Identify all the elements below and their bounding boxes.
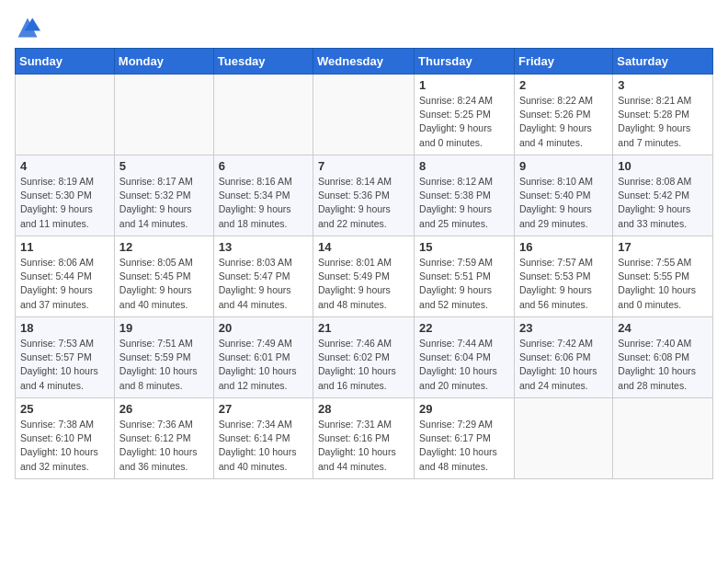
calendar-day-cell: 18Sunrise: 7:53 AM Sunset: 5:57 PM Dayli…: [16, 317, 115, 398]
day-info: Sunrise: 8:08 AM Sunset: 5:42 PM Dayligh…: [618, 175, 708, 231]
day-number: 14: [318, 240, 409, 254]
day-number: 9: [519, 159, 608, 173]
day-number: 8: [419, 159, 509, 173]
calendar-day-cell: 5Sunrise: 8:17 AM Sunset: 5:32 PM Daylig…: [114, 155, 213, 236]
calendar-day-cell: 12Sunrise: 8:05 AM Sunset: 5:45 PM Dayli…: [114, 236, 213, 317]
day-info: Sunrise: 7:51 AM Sunset: 5:59 PM Dayligh…: [119, 337, 209, 393]
calendar-day-cell: 4Sunrise: 8:19 AM Sunset: 5:30 PM Daylig…: [16, 155, 115, 236]
calendar-day-cell: 29Sunrise: 7:29 AM Sunset: 6:17 PM Dayli…: [415, 398, 515, 479]
day-number: 3: [618, 78, 708, 92]
day-info: Sunrise: 7:34 AM Sunset: 6:14 PM Dayligh…: [219, 418, 308, 474]
day-info: Sunrise: 8:14 AM Sunset: 5:36 PM Dayligh…: [318, 175, 409, 231]
calendar-day-cell: 17Sunrise: 7:55 AM Sunset: 5:55 PM Dayli…: [613, 236, 713, 317]
calendar-day-cell: 19Sunrise: 7:51 AM Sunset: 5:59 PM Dayli…: [114, 317, 213, 398]
day-number: 10: [618, 159, 708, 173]
logo-icon: [15, 15, 40, 40]
calendar-week-row: 11Sunrise: 8:06 AM Sunset: 5:44 PM Dayli…: [16, 236, 713, 317]
day-info: Sunrise: 8:22 AM Sunset: 5:26 PM Dayligh…: [519, 94, 608, 150]
day-info: Sunrise: 8:12 AM Sunset: 5:38 PM Dayligh…: [419, 175, 509, 231]
day-number: 25: [20, 402, 109, 416]
calendar-header-thursday: Thursday: [415, 49, 515, 75]
calendar-day-cell: [213, 75, 313, 155]
calendar-day-cell: 20Sunrise: 7:49 AM Sunset: 6:01 PM Dayli…: [213, 317, 313, 398]
calendar-day-cell: 9Sunrise: 8:10 AM Sunset: 5:40 PM Daylig…: [514, 155, 612, 236]
calendar-header-friday: Friday: [514, 49, 612, 75]
day-info: Sunrise: 8:16 AM Sunset: 5:34 PM Dayligh…: [219, 175, 308, 231]
calendar-day-cell: 28Sunrise: 7:31 AM Sunset: 6:16 PM Dayli…: [313, 398, 415, 479]
day-info: Sunrise: 8:03 AM Sunset: 5:47 PM Dayligh…: [219, 256, 308, 312]
day-number: 11: [20, 240, 109, 254]
calendar-day-cell: [114, 75, 213, 155]
day-info: Sunrise: 8:17 AM Sunset: 5:32 PM Dayligh…: [119, 175, 209, 231]
calendar-day-cell: 27Sunrise: 7:34 AM Sunset: 6:14 PM Dayli…: [213, 398, 313, 479]
day-number: 23: [519, 321, 608, 335]
calendar-header-sunday: Sunday: [16, 49, 115, 75]
day-info: Sunrise: 8:05 AM Sunset: 5:45 PM Dayligh…: [119, 256, 209, 312]
day-number: 29: [419, 402, 509, 416]
day-info: Sunrise: 7:53 AM Sunset: 5:57 PM Dayligh…: [20, 337, 109, 393]
calendar-day-cell: 11Sunrise: 8:06 AM Sunset: 5:44 PM Dayli…: [16, 236, 115, 317]
calendar-day-cell: 26Sunrise: 7:36 AM Sunset: 6:12 PM Dayli…: [114, 398, 213, 479]
calendar-day-cell: 3Sunrise: 8:21 AM Sunset: 5:28 PM Daylig…: [613, 75, 713, 155]
calendar-day-cell: 7Sunrise: 8:14 AM Sunset: 5:36 PM Daylig…: [313, 155, 415, 236]
day-number: 13: [219, 240, 308, 254]
day-info: Sunrise: 7:40 AM Sunset: 6:08 PM Dayligh…: [618, 337, 708, 393]
calendar-header-monday: Monday: [114, 49, 213, 75]
day-info: Sunrise: 7:38 AM Sunset: 6:10 PM Dayligh…: [20, 418, 109, 474]
calendar-week-row: 25Sunrise: 7:38 AM Sunset: 6:10 PM Dayli…: [16, 398, 713, 479]
day-info: Sunrise: 8:10 AM Sunset: 5:40 PM Dayligh…: [519, 175, 608, 231]
day-number: 7: [318, 159, 409, 173]
calendar-header-wednesday: Wednesday: [313, 49, 415, 75]
day-number: 26: [119, 402, 209, 416]
calendar-day-cell: 8Sunrise: 8:12 AM Sunset: 5:38 PM Daylig…: [415, 155, 515, 236]
calendar-day-cell: 24Sunrise: 7:40 AM Sunset: 6:08 PM Dayli…: [613, 317, 713, 398]
calendar-table: SundayMondayTuesdayWednesdayThursdayFrid…: [15, 48, 713, 479]
calendar-week-row: 4Sunrise: 8:19 AM Sunset: 5:30 PM Daylig…: [16, 155, 713, 236]
day-number: 28: [318, 402, 409, 416]
day-number: 20: [219, 321, 308, 335]
day-number: 18: [20, 321, 109, 335]
calendar-header-tuesday: Tuesday: [213, 49, 313, 75]
calendar-day-cell: [313, 75, 415, 155]
day-number: 21: [318, 321, 409, 335]
day-number: 12: [119, 240, 209, 254]
day-number: 5: [119, 159, 209, 173]
calendar-day-cell: 2Sunrise: 8:22 AM Sunset: 5:26 PM Daylig…: [514, 75, 612, 155]
calendar-week-row: 18Sunrise: 7:53 AM Sunset: 5:57 PM Dayli…: [16, 317, 713, 398]
logo: [15, 15, 44, 40]
calendar-day-cell: 6Sunrise: 8:16 AM Sunset: 5:34 PM Daylig…: [213, 155, 313, 236]
day-number: 2: [519, 78, 608, 92]
day-number: 1: [419, 78, 509, 92]
day-number: 15: [419, 240, 509, 254]
calendar-day-cell: 1Sunrise: 8:24 AM Sunset: 5:25 PM Daylig…: [415, 75, 515, 155]
day-info: Sunrise: 7:44 AM Sunset: 6:04 PM Dayligh…: [419, 337, 509, 393]
day-info: Sunrise: 7:31 AM Sunset: 6:16 PM Dayligh…: [318, 418, 409, 474]
page-header: [15, 15, 713, 40]
calendar-day-cell: [16, 75, 115, 155]
day-info: Sunrise: 7:46 AM Sunset: 6:02 PM Dayligh…: [318, 337, 409, 393]
day-number: 16: [519, 240, 608, 254]
day-number: 19: [119, 321, 209, 335]
day-info: Sunrise: 7:29 AM Sunset: 6:17 PM Dayligh…: [419, 418, 509, 474]
day-info: Sunrise: 7:49 AM Sunset: 6:01 PM Dayligh…: [219, 337, 308, 393]
day-info: Sunrise: 7:55 AM Sunset: 5:55 PM Dayligh…: [618, 256, 708, 312]
calendar-header-row: SundayMondayTuesdayWednesdayThursdayFrid…: [16, 49, 713, 75]
day-info: Sunrise: 7:36 AM Sunset: 6:12 PM Dayligh…: [119, 418, 209, 474]
day-info: Sunrise: 8:01 AM Sunset: 5:49 PM Dayligh…: [318, 256, 409, 312]
day-info: Sunrise: 7:57 AM Sunset: 5:53 PM Dayligh…: [519, 256, 608, 312]
calendar-day-cell: 13Sunrise: 8:03 AM Sunset: 5:47 PM Dayli…: [213, 236, 313, 317]
day-number: 17: [618, 240, 708, 254]
day-info: Sunrise: 8:19 AM Sunset: 5:30 PM Dayligh…: [20, 175, 109, 231]
day-number: 27: [219, 402, 308, 416]
day-number: 6: [219, 159, 308, 173]
calendar-day-cell: 23Sunrise: 7:42 AM Sunset: 6:06 PM Dayli…: [514, 317, 612, 398]
calendar-day-cell: [613, 398, 713, 479]
calendar-week-row: 1Sunrise: 8:24 AM Sunset: 5:25 PM Daylig…: [16, 75, 713, 155]
day-number: 4: [20, 159, 109, 173]
calendar-day-cell: 14Sunrise: 8:01 AM Sunset: 5:49 PM Dayli…: [313, 236, 415, 317]
calendar-day-cell: [514, 398, 612, 479]
day-info: Sunrise: 7:59 AM Sunset: 5:51 PM Dayligh…: [419, 256, 509, 312]
calendar-day-cell: 21Sunrise: 7:46 AM Sunset: 6:02 PM Dayli…: [313, 317, 415, 398]
calendar-header-saturday: Saturday: [613, 49, 713, 75]
day-info: Sunrise: 8:21 AM Sunset: 5:28 PM Dayligh…: [618, 94, 708, 150]
